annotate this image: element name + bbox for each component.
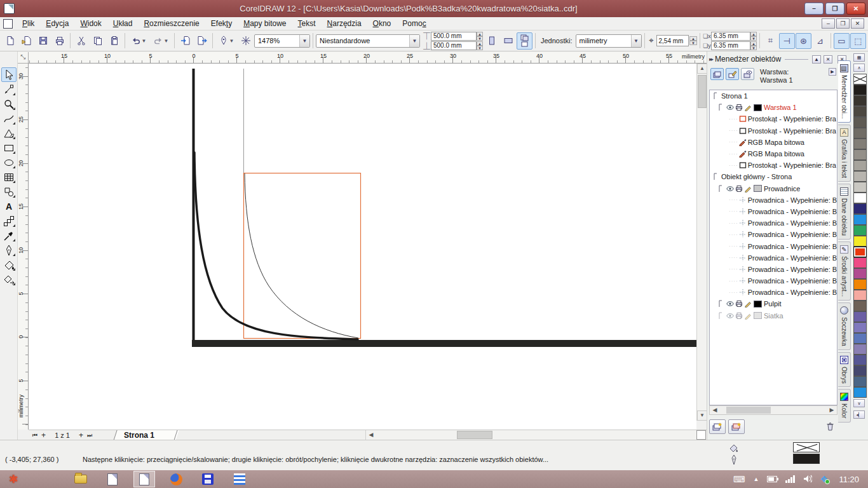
- tree-item-guide[interactable]: ····Prowadnica - Wypełnienie: B: [710, 194, 837, 206]
- tree-item-guide[interactable]: ····Prowadnica - Wypełnienie: B: [710, 275, 837, 287]
- palette-options-button[interactable]: ▦: [853, 53, 865, 62]
- close-button[interactable]: ✕: [846, 3, 865, 15]
- new-master-layer-button[interactable]: [728, 419, 745, 434]
- duplicate-x-field[interactable]: 6.35 mm: [711, 32, 750, 41]
- fill-tool[interactable]: [1, 257, 17, 272]
- tree-item-page[interactable]: Obiekt główny - Strona: [710, 171, 837, 182]
- docker-flyout-button[interactable]: ▶: [829, 68, 836, 76]
- palette-swatch[interactable]: [853, 117, 867, 128]
- tree-scroll-thumb[interactable]: [726, 407, 771, 414]
- text-tool[interactable]: A: [1, 199, 17, 214]
- menu-pomoc[interactable]: Pomoc: [397, 18, 431, 29]
- chevron-down-icon[interactable]: ▼: [409, 35, 419, 47]
- tree-item-page[interactable]: Strona 1: [710, 90, 837, 102]
- mdi-close-button[interactable]: ✕: [851, 18, 864, 29]
- palette-swatch[interactable]: [853, 311, 867, 322]
- paper-height-spinner[interactable]: ▲▼: [477, 41, 483, 50]
- palette-expand-button[interactable]: ◂▏: [853, 410, 865, 419]
- page-tab-label[interactable]: Strona 1: [124, 431, 154, 440]
- pick-tool[interactable]: [1, 67, 17, 82]
- tree-item-layer[interactable]: Siatka: [710, 310, 837, 322]
- start-button[interactable]: ✱: [3, 471, 24, 487]
- interactive-blend-tool[interactable]: [1, 214, 17, 228]
- new-document-button[interactable]: [2, 33, 18, 49]
- tree-item-guide[interactable]: ····Prowadnica - Wypełnienie: B: [710, 229, 837, 240]
- tray-expand-icon[interactable]: ▲: [753, 476, 759, 482]
- palette-swatch[interactable]: [853, 171, 867, 182]
- restore-button[interactable]: ❐: [825, 3, 844, 15]
- menu-rozmieszczenie[interactable]: Rozmieszczenie: [138, 18, 205, 29]
- copy-button[interactable]: [90, 33, 105, 49]
- tree-item-bitmap[interactable]: ····RGB Mapa bitowa: [710, 137, 837, 148]
- palette-scroll-down-button[interactable]: ∨: [853, 399, 865, 407]
- layer-manager-view-button[interactable]: [741, 68, 754, 80]
- palette-swatch[interactable]: [853, 301, 867, 311]
- application-launcher-button[interactable]: ▼: [215, 33, 237, 49]
- docker-close-button[interactable]: ✕: [824, 55, 832, 64]
- palette-swatch[interactable]: [853, 322, 867, 333]
- taskbar-firefox[interactable]: [165, 471, 187, 487]
- snap-to-guides-button[interactable]: ⊣: [779, 33, 795, 49]
- tree-item-guide[interactable]: ····Prowadnica - Wypełnienie: B: [710, 240, 837, 252]
- menu-okno[interactable]: Okno: [367, 18, 397, 29]
- paper-height-field[interactable]: 500.0 mm: [431, 41, 477, 50]
- scroll-left-button[interactable]: ◀: [366, 430, 376, 440]
- palette-swatch[interactable]: [853, 193, 867, 203]
- menu-widok[interactable]: Widok: [74, 18, 107, 29]
- nudge-spinner[interactable]: ▲▼: [689, 36, 697, 45]
- add-page-before-button[interactable]: +: [41, 431, 46, 440]
- menu-edycja[interactable]: Edycja: [40, 18, 74, 29]
- palette-swatch[interactable]: [853, 160, 867, 171]
- tree-item-guide[interactable]: ····Prowadnica - Wypełnienie: B: [710, 252, 837, 264]
- tree-item-rect[interactable]: ····Prostokąt - Wypełnienie: Bra: [710, 125, 837, 137]
- treat-as-filled-button[interactable]: ▭: [834, 33, 850, 49]
- drawing-canvas[interactable]: [29, 64, 696, 430]
- palette-swatch[interactable]: [853, 365, 867, 376]
- ellipse-tool[interactable]: [1, 155, 17, 170]
- docker-tab-color[interactable]: Kolor: [838, 389, 851, 422]
- palette-swatch[interactable]: [853, 290, 867, 301]
- tree-item-layer[interactable]: Prowadnice: [710, 183, 837, 194]
- tree-horizontal-scrollbar[interactable]: ◀ ▶: [709, 405, 837, 415]
- save-button[interactable]: [35, 33, 51, 49]
- tree-item-guide[interactable]: ····Prowadnica - Wypełnienie: B: [710, 264, 837, 275]
- import-button[interactable]: [177, 33, 193, 49]
- zoom-tool[interactable]: [1, 97, 17, 111]
- export-button[interactable]: [194, 33, 210, 49]
- palette-swatch[interactable]: [853, 257, 867, 268]
- mdi-minimize-button[interactable]: –: [822, 18, 835, 29]
- paper-type-combo[interactable]: Niestandardowe ▼: [316, 34, 420, 48]
- nudge-field[interactable]: 2,54 mm: [656, 35, 689, 46]
- chevron-down-icon[interactable]: ▼: [299, 35, 309, 47]
- docker-tab-lens[interactable]: Soczewka: [838, 302, 851, 350]
- interactive-fill-tool[interactable]: [1, 272, 17, 287]
- scroll-up-button[interactable]: ▲: [697, 64, 707, 74]
- snap-to-objects-button[interactable]: ⊛: [796, 33, 811, 49]
- print-button[interactable]: [51, 33, 67, 49]
- rectangle-tool[interactable]: [1, 140, 17, 155]
- tree-item-guide[interactable]: ····Prowadnica - Wypełnienie: B: [710, 287, 837, 298]
- taskbar-app-window[interactable]: [102, 471, 123, 487]
- palette-swatch[interactable]: [853, 279, 867, 290]
- cut-button[interactable]: [73, 33, 89, 49]
- tree-item-layer[interactable]: Pulpit: [710, 298, 837, 309]
- network-signal-icon[interactable]: [785, 475, 795, 483]
- add-page-after-button[interactable]: +: [79, 431, 83, 440]
- menu-tekst[interactable]: Tekst: [292, 18, 322, 29]
- palette-swatch-none[interactable]: [853, 74, 867, 85]
- palette-scroll-up-button[interactable]: ∧: [853, 64, 865, 72]
- duplicate-y-spinner[interactable]: ▲▼: [750, 41, 757, 50]
- freehand-tool[interactable]: [1, 111, 17, 126]
- tree-item-rect[interactable]: ····Prostokąt - Wypełnienie: Bra: [710, 113, 837, 125]
- tree-item-guide[interactable]: ····Prowadnica - Wypełnienie: B: [710, 217, 837, 229]
- palette-swatch[interactable]: [853, 182, 867, 193]
- paste-button[interactable]: [106, 33, 122, 49]
- horizontal-ruler[interactable]: 151050510152025303540455055milimetry: [29, 52, 707, 64]
- palette-swatch[interactable]: [853, 128, 867, 139]
- docker-tab-artistic[interactable]: ✎Środki artyst...: [838, 241, 851, 301]
- docker-tab-data[interactable]: Dane obiektu: [838, 184, 851, 240]
- scroll-left-button[interactable]: ◀: [710, 406, 720, 414]
- scroll-right-button[interactable]: ▶: [827, 406, 837, 414]
- eyedropper-tool[interactable]: [1, 228, 17, 243]
- palette-swatch[interactable]: [853, 376, 867, 387]
